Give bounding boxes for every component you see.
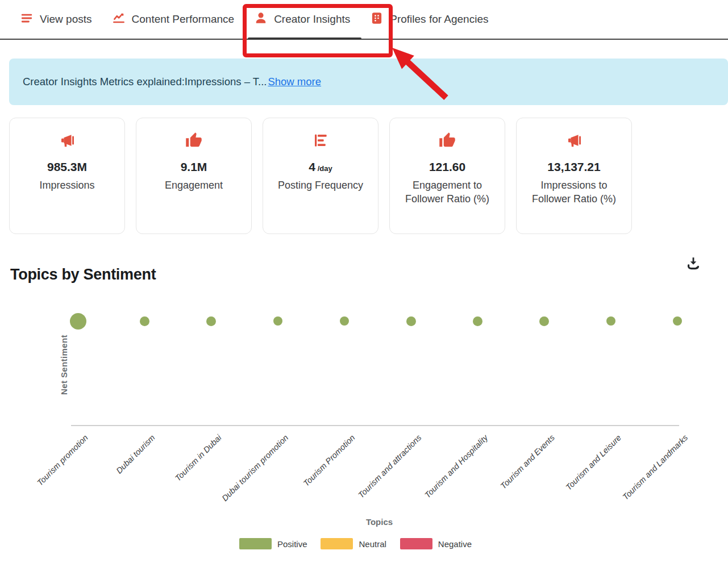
sentiment-dot[interactable]	[406, 316, 416, 326]
tab-content-performance[interactable]: Content Performance	[109, 0, 237, 39]
metric-label: Impressions	[10, 178, 124, 192]
tab-view-posts[interactable]: View posts	[17, 0, 94, 39]
metric-card-impressions: 985.3M Impressions	[9, 118, 125, 234]
metric-card-impressions-ratio: 13,137.21 Impressions to Follower Ratio …	[516, 118, 632, 234]
tab-label: Content Performance	[132, 13, 235, 26]
y-axis-title: Net Sentiment	[59, 335, 69, 395]
metric-card-engagement-ratio: 121.60 Engagement to Follower Ratio (%)	[389, 118, 505, 234]
megaphone-icon	[517, 132, 631, 151]
sentiment-chart: Net Sentiment Topics Positive Neutral Ne…	[0, 284, 728, 571]
metric-value: 985.3M	[10, 160, 124, 174]
metric-value: 9.1M	[136, 160, 251, 174]
tab-label: Creator Insights	[274, 13, 350, 26]
legend-item-neutral[interactable]: Neutral	[321, 538, 386, 549]
metric-value: 13,137.21	[517, 160, 631, 174]
show-more-link[interactable]: Show more	[268, 76, 321, 88]
download-chart-button[interactable]	[682, 252, 705, 275]
legend-swatch	[321, 538, 353, 549]
thumbs-up-icon	[136, 132, 251, 151]
legend-item-negative[interactable]: Negative	[400, 538, 472, 549]
megaphone-icon	[10, 132, 124, 151]
metric-label: Posting Frequency	[263, 178, 378, 192]
person-icon	[253, 11, 268, 28]
chart-legend: Positive Neutral Negative	[0, 538, 728, 549]
line-chart-icon	[111, 11, 126, 28]
metric-label: Engagement to Follower Ratio (%)	[390, 178, 505, 206]
metric-value: 4 /day	[263, 160, 378, 174]
metric-value: 121.60	[390, 160, 505, 174]
thumbs-up-icon	[390, 132, 505, 151]
sentiment-dot[interactable]	[273, 316, 282, 326]
top-tab-bar: View posts Content Performance Creator I…	[0, 0, 728, 40]
sentiment-dot[interactable]	[70, 313, 86, 330]
tab-label: View posts	[40, 13, 92, 26]
tab-creator-insights[interactable]: Creator Insights	[251, 0, 352, 39]
download-icon	[686, 256, 701, 272]
list-lines-icon	[19, 11, 34, 28]
tab-profiles-for-agencies[interactable]: Profiles for Agencies	[367, 0, 490, 39]
metric-card-posting-frequency: 4 /day Posting Frequency	[263, 118, 378, 234]
metric-label: Impressions to Follower Ratio (%)	[517, 178, 631, 206]
sentiment-dot[interactable]	[673, 316, 682, 326]
horizontal-bar-chart-icon	[263, 132, 378, 151]
banner-text: Creator Insights Metrics explained:Impre…	[23, 76, 267, 88]
x-axis-line	[71, 425, 679, 426]
legend-item-positive[interactable]: Positive	[239, 538, 307, 549]
sentiment-dot[interactable]	[473, 316, 482, 326]
legend-swatch	[239, 538, 272, 549]
metric-label: Engagement	[136, 178, 251, 192]
page-title: Topics by Sentiment	[10, 266, 156, 284]
metric-card-row: 985.3M Impressions 9.1M Engagement 4 /da…	[9, 118, 632, 234]
sentiment-dot[interactable]	[340, 316, 349, 326]
x-axis-title: Topics	[0, 517, 728, 527]
sentiment-dot[interactable]	[206, 316, 216, 326]
sentiment-dot[interactable]	[539, 316, 549, 326]
sentiment-dot[interactable]	[606, 316, 615, 326]
building-icon	[369, 11, 384, 28]
sentiment-dot[interactable]	[140, 316, 149, 326]
metric-card-engagement: 9.1M Engagement	[136, 118, 252, 234]
tab-label: Profiles for Agencies	[390, 13, 488, 26]
metrics-explainer-banner: Creator Insights Metrics explained:Impre…	[9, 59, 728, 105]
legend-swatch	[400, 538, 432, 549]
